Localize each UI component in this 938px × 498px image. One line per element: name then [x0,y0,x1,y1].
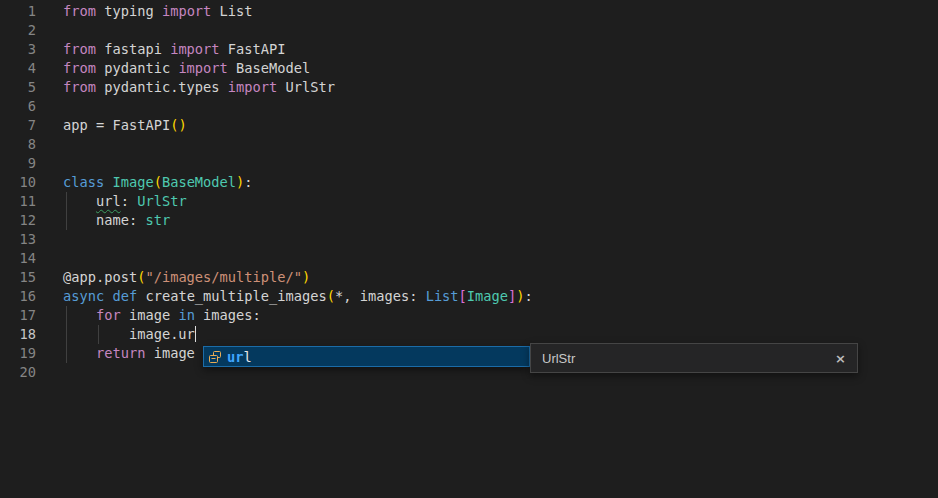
line-number: 14 [0,249,36,268]
code-token [63,193,96,209]
code-line-15[interactable]: 15@app.post("/images/multiple/") [0,268,938,287]
line-number: 20 [0,363,36,382]
code-token: List [211,3,252,19]
code-line-12[interactable]: 12 name: str [0,211,938,230]
code-line-content[interactable]: async def create_multiple_images(*, imag… [63,287,938,306]
line-number: 2 [0,21,36,40]
code-line-content[interactable] [63,230,938,249]
code-line-content[interactable]: class Image(BaseModel): [63,173,938,192]
code-token: from [63,3,96,19]
indent-guide [66,344,67,363]
code-token: FastAPI [220,41,286,57]
code-token: ) [302,269,310,285]
code-line-14[interactable]: 14 [0,249,938,268]
code-token: in [178,307,194,323]
code-token: class [63,174,104,190]
code-line-16[interactable]: 16async def create_multiple_images(*, im… [0,287,938,306]
code-line-content[interactable]: name: str [63,211,938,230]
code-line-content[interactable] [63,97,938,116]
code-token: from [63,41,96,57]
code-token: import [162,3,211,19]
code-line-6[interactable]: 6 [0,97,938,116]
code-token: for [96,307,121,323]
code-token: image [145,345,194,361]
line-number: 8 [0,135,36,154]
code-line-9[interactable]: 9 [0,154,938,173]
code-token [63,345,96,361]
code-line-2[interactable]: 2 [0,21,938,40]
code-line-1[interactable]: 1from typing import List [0,2,938,21]
code-token: typing [96,3,162,19]
code-token: image.ur [63,326,195,342]
code-token: UrlStr [137,193,186,209]
code-line-10[interactable]: 10class Image(BaseModel): [0,173,938,192]
code-token: @app.post [63,269,137,285]
code-line-8[interactable]: 8 [0,135,938,154]
code-line-content[interactable] [63,154,938,173]
code-token: ( [154,174,162,190]
code-token: str [145,212,170,228]
code-line-content[interactable]: app = FastAPI() [63,116,938,135]
code-token: : [244,174,252,190]
indent-guide [66,211,67,230]
line-number: 9 [0,154,36,173]
code-token: import [228,79,277,95]
code-line-content[interactable]: from pydantic.types import UrlStr [63,78,938,97]
code-token: BaseModel [228,60,310,76]
code-line-content[interactable]: from fastapi import FastAPI [63,40,938,59]
code-token: List [426,288,459,304]
text-cursor [195,326,197,342]
suggest-match-text: ur [227,349,243,365]
code-line-content[interactable]: @app.post("/images/multiple/") [63,268,938,287]
code-line-7[interactable]: 7app = FastAPI() [0,116,938,135]
suggest-details-text: UrlStr [542,351,575,366]
indent-guide [66,306,67,325]
line-number: 1 [0,2,36,21]
code-line-content[interactable]: from typing import List [63,2,938,21]
code-line-content[interactable]: image.ur [63,325,938,344]
code-token: return [96,345,145,361]
code-line-5[interactable]: 5from pydantic.types import UrlStr [0,78,938,97]
line-number: 12 [0,211,36,230]
code-token: pydantic.types [96,79,228,95]
code-token: images: [195,307,261,323]
code-token: : [525,288,533,304]
line-number: 16 [0,287,36,306]
code-token: image [121,307,179,323]
code-line-4[interactable]: 4from pydantic import BaseModel [0,59,938,78]
line-number: 19 [0,344,36,363]
suggest-rest-text: l [243,349,251,365]
code-line-3[interactable]: 3from fastapi import FastAPI [0,40,938,59]
code-token: app = FastAPI [63,117,170,133]
code-line-content[interactable]: for image in images: [63,306,938,325]
code-line-17[interactable]: 17 for image in images: [0,306,938,325]
line-number: 4 [0,59,36,78]
code-token: *, images: [335,288,426,304]
code-editor: 1from typing import List23from fastapi i… [0,0,938,498]
code-line-content[interactable] [63,135,938,154]
code-token: () [170,117,186,133]
line-number: 15 [0,268,36,287]
indent-guide [98,325,99,344]
close-icon[interactable]: × [835,351,846,366]
code-line-content[interactable]: url: UrlStr [63,192,938,211]
code-token: create_multiple_images [137,288,327,304]
code-line-11[interactable]: 11 url: UrlStr [0,192,938,211]
code-token: from [63,60,96,76]
indent-guide [66,192,67,211]
editor-code-area[interactable]: 1from typing import List23from fastapi i… [0,2,938,382]
code-line-content[interactable] [63,249,938,268]
code-token: def [112,288,137,304]
code-line-18[interactable]: 18 image.ur [0,325,938,344]
code-line-content[interactable]: from pydantic import BaseModel [63,59,938,78]
suggest-label: url [227,349,252,365]
line-number: 7 [0,116,36,135]
indent-guide [66,325,67,344]
suggest-details-panel: UrlStr × [530,343,858,373]
code-token [63,307,96,323]
code-line-content[interactable] [63,21,938,40]
code-line-13[interactable]: 13 [0,230,938,249]
code-token: import [178,60,227,76]
suggest-item-url[interactable]: url [203,346,530,367]
line-number: 13 [0,230,36,249]
